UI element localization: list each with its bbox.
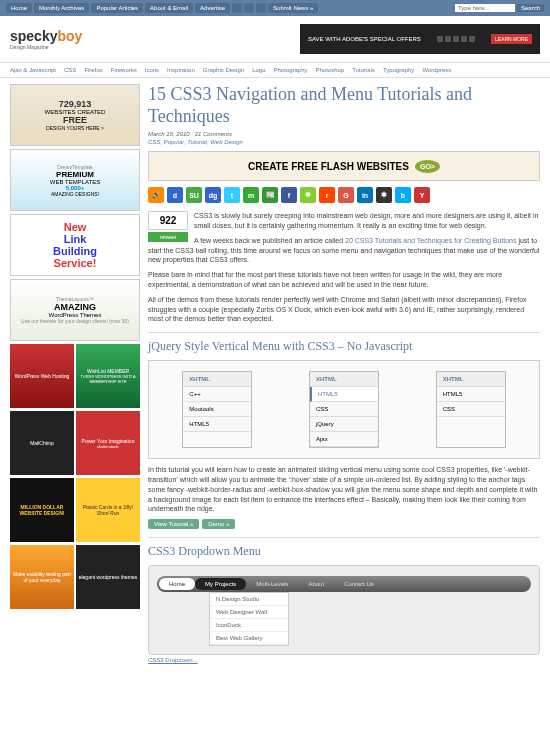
vm1-1[interactable]: C++	[183, 387, 251, 402]
ad-free-websites[interactable]: 729,913 WEBSITES CREATED FREE DESIGN YOU…	[10, 84, 140, 146]
container: 729,913 WEBSITES CREATED FREE DESIGN YOU…	[0, 78, 550, 669]
retweet-btn: retweet	[148, 232, 188, 242]
search-button[interactable]: Search	[517, 4, 544, 12]
ad-elegant[interactable]: elegant wordpress themes	[76, 545, 140, 609]
dd-sub-2[interactable]: IconDock	[210, 619, 288, 632]
search-input[interactable]	[455, 4, 515, 12]
dd-caption[interactable]: CSS3 Dropdown...	[148, 657, 540, 663]
dd-home[interactable]: Home	[159, 578, 195, 590]
ad-shutterstock[interactable]: Power Your Imaginationshutterstock.	[76, 411, 140, 475]
share-icon-12[interactable]: ✱	[376, 187, 392, 203]
facebook-icon[interactable]	[244, 3, 254, 13]
share-icon-5[interactable]: m	[243, 187, 259, 203]
vm1-3[interactable]: HTML5	[183, 417, 251, 432]
vm2-3[interactable]: jQuery	[310, 417, 378, 432]
vm3-0[interactable]: XHTML	[437, 372, 505, 387]
ad-link-t3: Building	[53, 245, 97, 257]
vm1-2[interactable]: Mootools	[183, 402, 251, 417]
nav-icons[interactable]: Icons	[145, 67, 159, 73]
vm2-0[interactable]: XHTML	[310, 372, 378, 387]
topnav-submit[interactable]: Submit News »	[268, 3, 318, 13]
ad-free-t2: FREE	[63, 115, 87, 125]
ad-amazing[interactable]: ThemeLayouts™ AMAZING WordPress Themes U…	[10, 279, 140, 341]
logo-text1: specky	[10, 28, 57, 44]
topnav-popular[interactable]: Popular Articles	[91, 3, 143, 13]
logo[interactable]: speckyboy Design Magazine	[10, 28, 82, 50]
share-icon-4[interactable]: t	[224, 187, 240, 203]
topnav-advertise[interactable]: Advertise	[195, 3, 230, 13]
vm3-1[interactable]: HTML5	[437, 387, 505, 402]
banner-dots	[437, 36, 475, 42]
dd-sub-0[interactable]: N.Design Studio	[210, 593, 288, 606]
dd-sub-3[interactable]: Best Web Gallery	[210, 632, 288, 645]
topnav-archives[interactable]: Monthly Archives	[34, 3, 89, 13]
para2-link[interactable]: 20 CSS3 Tutorials and Techniques for Cre…	[345, 237, 516, 244]
share-icon-9[interactable]: r	[319, 187, 335, 203]
ad-wishlist[interactable]: WishList MEMBERTURNS WORDPRESS INTO A ME…	[76, 344, 140, 408]
post-cats[interactable]: CSS, Popular, Tutorial, Web Design	[148, 139, 540, 145]
nav-ajax[interactable]: Ajax & Javascript	[10, 67, 56, 73]
ad-free-t3: DESIGN YOURS HERE >	[46, 125, 104, 131]
category-nav: Ajax & Javascript CSS Firefox Fireworks …	[0, 62, 550, 78]
dd-multi[interactable]: Multi-Levels	[246, 578, 298, 590]
nav-typo[interactable]: Typography	[383, 67, 414, 73]
dd-sub-1[interactable]: Web Designer Wall	[210, 606, 288, 619]
dd-contact[interactable]: Contact Us	[334, 578, 384, 590]
share-icon-10[interactable]: G	[338, 187, 354, 203]
share-icon-7[interactable]: f	[281, 187, 297, 203]
rss-icon[interactable]	[256, 3, 266, 13]
share-icon-13[interactable]: b	[395, 187, 411, 203]
retweet-count: 922	[148, 211, 188, 230]
ad-mailchimp[interactable]: MailChimp	[10, 411, 74, 475]
ad-premium[interactable]: DreamTemplate PREMIUM WEB TEMPLATES 5,00…	[10, 149, 140, 211]
view-tutorial-btn[interactable]: View Tutorial »	[148, 519, 199, 529]
ad-linkbuild[interactable]: New Link Building Service!	[10, 214, 140, 276]
dd-nav: Home My Projects Multi-Levels About Cont…	[157, 576, 531, 592]
flash-banner[interactable]: CREATE FREE FLASH WEBSITES GO>	[148, 151, 540, 181]
share-icon-1[interactable]: d	[167, 187, 183, 203]
para1: CSS3 is slowly but surely creeping into …	[148, 211, 540, 231]
flash-go: GO>	[415, 160, 440, 173]
banner-btn: LEARN MORE	[491, 34, 532, 44]
ad-wp-t: WordPress Web Hosting	[15, 373, 70, 379]
nav-graphic[interactable]: Graphic Design	[203, 67, 244, 73]
nav-wordpress[interactable]: Wordpress	[422, 67, 451, 73]
nav-fireworks[interactable]: Fireworks	[111, 67, 137, 73]
vm3-2[interactable]: CSS	[437, 402, 505, 417]
nav-css[interactable]: CSS	[64, 67, 76, 73]
vm2-4[interactable]: Ajax	[310, 432, 378, 447]
share-icon-14[interactable]: Y	[414, 187, 430, 203]
dd-about[interactable]: About	[298, 578, 334, 590]
nav-photo[interactable]: Photography	[273, 67, 307, 73]
nav-inspiration[interactable]: Inspiration	[167, 67, 195, 73]
vm2-2[interactable]: CSS	[310, 402, 378, 417]
share-icon-11[interactable]: in	[357, 187, 373, 203]
share-icons: 🔊dSUdgtm📰f❋rGin✱bY	[148, 187, 540, 203]
share-icon-8[interactable]: ❋	[300, 187, 316, 203]
ad-million[interactable]: MILLION DOLLAR WEBSITE DESIGN!	[10, 478, 74, 542]
retweet-box[interactable]: 922 retweet	[148, 211, 188, 242]
ad-mail-t: MailChimp	[30, 440, 54, 446]
vm1-0[interactable]: XHTML	[183, 372, 251, 387]
share-icon-3[interactable]: dg	[205, 187, 221, 203]
share-icon-2[interactable]: SU	[186, 187, 202, 203]
ad-plastic[interactable]: Plastic Cards in a Jiffy!Short Run	[76, 478, 140, 542]
topnav-home[interactable]: Home	[6, 3, 32, 13]
share-icon-6[interactable]: 📰	[262, 187, 278, 203]
demo-btn[interactable]: Demo »	[202, 519, 235, 529]
para2a: A few weeks back we published an article…	[194, 237, 345, 244]
ad-amz-t1: AMAZING	[54, 302, 96, 312]
twitter-icon[interactable]	[232, 3, 242, 13]
vm2-1[interactable]: HTML5	[310, 387, 378, 402]
topnav-about[interactable]: About & Email	[145, 3, 193, 13]
nav-photoshop[interactable]: Photoshop	[316, 67, 345, 73]
ad-usability[interactable]: Make usability testing part of your ever…	[10, 545, 74, 609]
share-icon-0[interactable]: 🔊	[148, 187, 164, 203]
nav-firefox[interactable]: Firefox	[84, 67, 102, 73]
ad-wp-hosting[interactable]: WordPress Web Hosting	[10, 344, 74, 408]
flash-text: CREATE FREE FLASH WEBSITES	[248, 161, 409, 172]
nav-tutorials[interactable]: Tutorials	[352, 67, 375, 73]
nav-logo[interactable]: Logo	[252, 67, 265, 73]
adobe-banner[interactable]: SAVE WITH ADOBE'S SPECIAL OFFERS LEARN M…	[300, 24, 540, 54]
dd-projects[interactable]: My Projects	[195, 578, 246, 590]
